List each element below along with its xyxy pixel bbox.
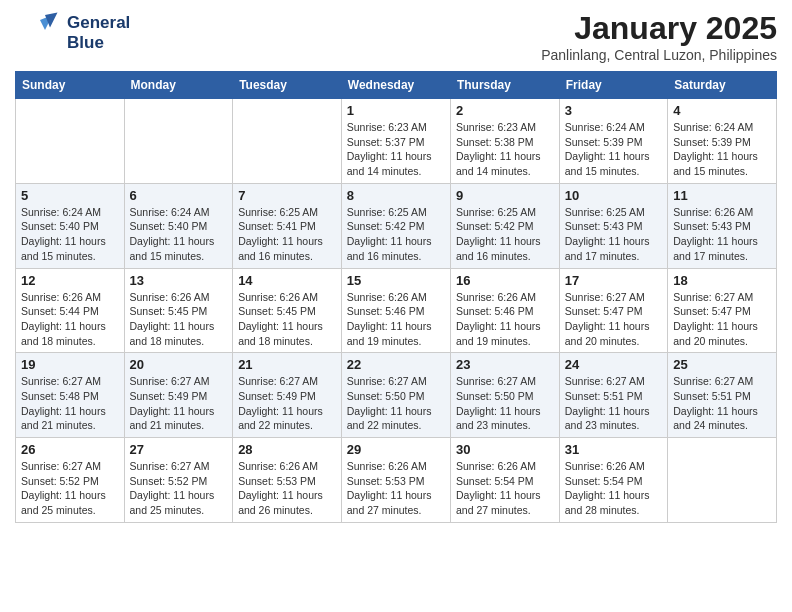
day-number: 24 [565,357,662,372]
day-number: 14 [238,273,336,288]
day-number: 17 [565,273,662,288]
calendar-cell: 6Sunrise: 6:24 AMSunset: 5:40 PMDaylight… [124,183,233,268]
day-info: Sunrise: 6:27 AMSunset: 5:47 PMDaylight:… [673,290,771,349]
calendar-cell: 1Sunrise: 6:23 AMSunset: 5:37 PMDaylight… [341,99,450,184]
calendar-cell [233,99,342,184]
day-number: 28 [238,442,336,457]
calendar-cell: 12Sunrise: 6:26 AMSunset: 5:44 PMDayligh… [16,268,125,353]
calendar-cell: 2Sunrise: 6:23 AMSunset: 5:38 PMDaylight… [450,99,559,184]
day-info: Sunrise: 6:25 AMSunset: 5:41 PMDaylight:… [238,205,336,264]
calendar-cell: 28Sunrise: 6:26 AMSunset: 5:53 PMDayligh… [233,438,342,523]
day-info: Sunrise: 6:26 AMSunset: 5:54 PMDaylight:… [456,459,554,518]
calendar-cell: 29Sunrise: 6:26 AMSunset: 5:53 PMDayligh… [341,438,450,523]
day-info: Sunrise: 6:25 AMSunset: 5:43 PMDaylight:… [565,205,662,264]
day-number: 22 [347,357,445,372]
day-info: Sunrise: 6:24 AMSunset: 5:39 PMDaylight:… [673,120,771,179]
day-number: 11 [673,188,771,203]
day-info: Sunrise: 6:26 AMSunset: 5:46 PMDaylight:… [347,290,445,349]
weekday-header-saturday: Saturday [668,72,777,99]
calendar-cell: 20Sunrise: 6:27 AMSunset: 5:49 PMDayligh… [124,353,233,438]
logo-bird-icon [15,10,65,55]
day-info: Sunrise: 6:25 AMSunset: 5:42 PMDaylight:… [456,205,554,264]
day-info: Sunrise: 6:27 AMSunset: 5:48 PMDaylight:… [21,374,119,433]
day-info: Sunrise: 6:26 AMSunset: 5:45 PMDaylight:… [130,290,228,349]
day-number: 2 [456,103,554,118]
day-info: Sunrise: 6:24 AMSunset: 5:39 PMDaylight:… [565,120,662,179]
month-year-title: January 2025 [541,10,777,47]
day-info: Sunrise: 6:26 AMSunset: 5:53 PMDaylight:… [347,459,445,518]
calendar-cell: 25Sunrise: 6:27 AMSunset: 5:51 PMDayligh… [668,353,777,438]
calendar-cell: 15Sunrise: 6:26 AMSunset: 5:46 PMDayligh… [341,268,450,353]
calendar-cell: 11Sunrise: 6:26 AMSunset: 5:43 PMDayligh… [668,183,777,268]
weekday-header-monday: Monday [124,72,233,99]
day-info: Sunrise: 6:26 AMSunset: 5:43 PMDaylight:… [673,205,771,264]
day-info: Sunrise: 6:26 AMSunset: 5:45 PMDaylight:… [238,290,336,349]
calendar-week-row: 5Sunrise: 6:24 AMSunset: 5:40 PMDaylight… [16,183,777,268]
day-info: Sunrise: 6:27 AMSunset: 5:52 PMDaylight:… [130,459,228,518]
day-number: 23 [456,357,554,372]
calendar-cell: 17Sunrise: 6:27 AMSunset: 5:47 PMDayligh… [559,268,667,353]
day-number: 19 [21,357,119,372]
logo-blue-text: Blue [67,33,130,53]
day-info: Sunrise: 6:26 AMSunset: 5:54 PMDaylight:… [565,459,662,518]
location-subtitle: Panlinlang, Central Luzon, Philippines [541,47,777,63]
day-number: 10 [565,188,662,203]
calendar-cell: 7Sunrise: 6:25 AMSunset: 5:41 PMDaylight… [233,183,342,268]
calendar-week-row: 1Sunrise: 6:23 AMSunset: 5:37 PMDaylight… [16,99,777,184]
calendar-cell [668,438,777,523]
day-info: Sunrise: 6:26 AMSunset: 5:53 PMDaylight:… [238,459,336,518]
day-info: Sunrise: 6:27 AMSunset: 5:49 PMDaylight:… [238,374,336,433]
day-info: Sunrise: 6:27 AMSunset: 5:50 PMDaylight:… [347,374,445,433]
day-info: Sunrise: 6:27 AMSunset: 5:49 PMDaylight:… [130,374,228,433]
day-number: 8 [347,188,445,203]
calendar-cell: 31Sunrise: 6:26 AMSunset: 5:54 PMDayligh… [559,438,667,523]
calendar-cell: 22Sunrise: 6:27 AMSunset: 5:50 PMDayligh… [341,353,450,438]
calendar-cell [124,99,233,184]
day-number: 12 [21,273,119,288]
day-info: Sunrise: 6:27 AMSunset: 5:50 PMDaylight:… [456,374,554,433]
calendar-cell: 13Sunrise: 6:26 AMSunset: 5:45 PMDayligh… [124,268,233,353]
day-number: 4 [673,103,771,118]
day-info: Sunrise: 6:26 AMSunset: 5:46 PMDaylight:… [456,290,554,349]
calendar-week-row: 26Sunrise: 6:27 AMSunset: 5:52 PMDayligh… [16,438,777,523]
calendar-cell: 26Sunrise: 6:27 AMSunset: 5:52 PMDayligh… [16,438,125,523]
day-number: 26 [21,442,119,457]
logo: General Blue [15,10,130,55]
calendar-cell: 27Sunrise: 6:27 AMSunset: 5:52 PMDayligh… [124,438,233,523]
day-info: Sunrise: 6:24 AMSunset: 5:40 PMDaylight:… [130,205,228,264]
weekday-header-thursday: Thursday [450,72,559,99]
calendar-cell: 8Sunrise: 6:25 AMSunset: 5:42 PMDaylight… [341,183,450,268]
calendar-cell: 21Sunrise: 6:27 AMSunset: 5:49 PMDayligh… [233,353,342,438]
weekday-header-friday: Friday [559,72,667,99]
day-number: 1 [347,103,445,118]
day-number: 27 [130,442,228,457]
day-number: 29 [347,442,445,457]
day-info: Sunrise: 6:23 AMSunset: 5:37 PMDaylight:… [347,120,445,179]
page-header: General Blue January 2025 Panlinlang, Ce… [15,10,777,63]
day-number: 16 [456,273,554,288]
logo-general-text: General [67,13,130,33]
calendar-cell: 3Sunrise: 6:24 AMSunset: 5:39 PMDaylight… [559,99,667,184]
day-number: 31 [565,442,662,457]
calendar-cell: 19Sunrise: 6:27 AMSunset: 5:48 PMDayligh… [16,353,125,438]
weekday-header-row: SundayMondayTuesdayWednesdayThursdayFrid… [16,72,777,99]
calendar-cell [16,99,125,184]
calendar-cell: 16Sunrise: 6:26 AMSunset: 5:46 PMDayligh… [450,268,559,353]
day-info: Sunrise: 6:27 AMSunset: 5:51 PMDaylight:… [565,374,662,433]
day-number: 21 [238,357,336,372]
day-number: 7 [238,188,336,203]
calendar-week-row: 19Sunrise: 6:27 AMSunset: 5:48 PMDayligh… [16,353,777,438]
calendar-cell: 5Sunrise: 6:24 AMSunset: 5:40 PMDaylight… [16,183,125,268]
calendar-cell: 9Sunrise: 6:25 AMSunset: 5:42 PMDaylight… [450,183,559,268]
day-number: 3 [565,103,662,118]
day-number: 15 [347,273,445,288]
day-info: Sunrise: 6:23 AMSunset: 5:38 PMDaylight:… [456,120,554,179]
calendar-cell: 18Sunrise: 6:27 AMSunset: 5:47 PMDayligh… [668,268,777,353]
day-number: 6 [130,188,228,203]
day-info: Sunrise: 6:25 AMSunset: 5:42 PMDaylight:… [347,205,445,264]
calendar-cell: 24Sunrise: 6:27 AMSunset: 5:51 PMDayligh… [559,353,667,438]
calendar-cell: 14Sunrise: 6:26 AMSunset: 5:45 PMDayligh… [233,268,342,353]
calendar-cell: 10Sunrise: 6:25 AMSunset: 5:43 PMDayligh… [559,183,667,268]
weekday-header-wednesday: Wednesday [341,72,450,99]
calendar-cell: 30Sunrise: 6:26 AMSunset: 5:54 PMDayligh… [450,438,559,523]
